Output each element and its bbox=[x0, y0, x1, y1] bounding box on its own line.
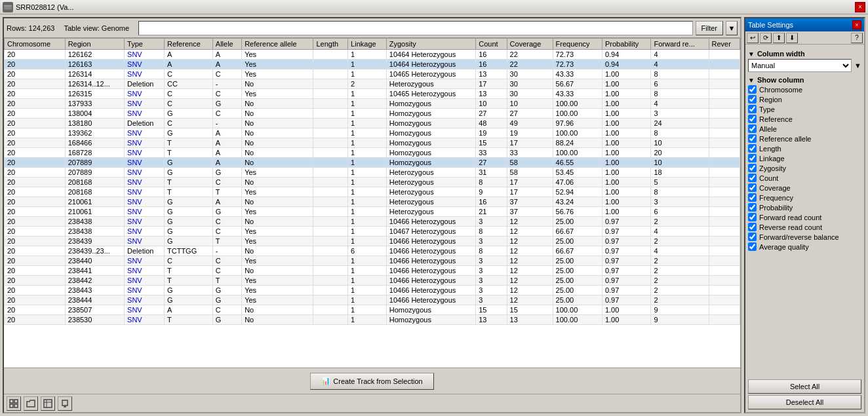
table-row[interactable]: 20138180DeletionC-No1Homozygous484997.96… bbox=[5, 119, 740, 128]
show-column-checkbox[interactable] bbox=[748, 85, 757, 94]
col-ref-allele[interactable]: Reference allele bbox=[242, 39, 313, 50]
col-allele[interactable]: Allele bbox=[212, 39, 241, 50]
col-probability[interactable]: Probability bbox=[602, 39, 651, 50]
col-frequency[interactable]: Frequency bbox=[553, 39, 602, 50]
table-icon[interactable] bbox=[41, 396, 55, 411]
table-cell: 1 bbox=[348, 266, 387, 276]
col-zygosity[interactable]: Zygosity bbox=[386, 39, 475, 50]
col-type[interactable]: Type bbox=[125, 39, 165, 50]
settings-tool-3[interactable]: ⬆ bbox=[773, 33, 785, 43]
settings-tool-4[interactable]: ⬇ bbox=[786, 33, 798, 43]
search-input[interactable] bbox=[138, 21, 692, 35]
table-row[interactable]: 20238442SNVTTYes110466 Heterozygous31225… bbox=[5, 276, 740, 286]
table-row[interactable]: 20126314..12...DeletionCC-No2Heterozygou… bbox=[5, 79, 740, 89]
col-region[interactable]: Region bbox=[65, 39, 124, 50]
table-cell: Deletion bbox=[125, 246, 165, 256]
table-row[interactable]: 20168466SNVTANo1Homozygous151788.241.001… bbox=[5, 138, 740, 148]
table-cell: 20 bbox=[5, 236, 66, 246]
col-length[interactable]: Length bbox=[313, 39, 348, 50]
table-row[interactable]: 20168728SNVTANo1Homozygous3333100.001.00… bbox=[5, 148, 740, 158]
table-row[interactable]: 20210061SNVGGYes1Heterozygous213756.761.… bbox=[5, 207, 740, 217]
table-row[interactable]: 20238439..23...DeletionTCTTGG-No610466 H… bbox=[5, 246, 740, 256]
show-column-checkbox[interactable] bbox=[748, 154, 757, 162]
show-column-checkbox[interactable] bbox=[748, 95, 757, 104]
deselect-all-button[interactable]: Deselect All bbox=[748, 395, 861, 409]
show-column-checkbox[interactable] bbox=[748, 193, 757, 202]
show-column-checkbox[interactable] bbox=[748, 174, 757, 182]
select-all-button[interactable]: Select All bbox=[748, 379, 861, 394]
show-column-checkbox[interactable] bbox=[748, 233, 757, 241]
column-width-select[interactable]: Manual bbox=[748, 59, 852, 72]
close-button[interactable]: × bbox=[855, 2, 865, 12]
table-row[interactable]: 20207889SNVGGYes1Heterozygous315853.451.… bbox=[5, 168, 740, 178]
table-row[interactable]: 20137933SNVCGNo1Homozygous1010100.001.00… bbox=[5, 99, 740, 109]
table-row[interactable]: 20238441SNVTCNo110466 Heterozygous31225.… bbox=[5, 266, 740, 276]
table-cell: 4 bbox=[651, 227, 709, 236]
table-label: Table view: Genome bbox=[64, 24, 129, 32]
folder-icon[interactable] bbox=[24, 396, 38, 411]
table-row[interactable]: 20126163SNVAAYes110464 Heterozygous16227… bbox=[5, 60, 740, 69]
col-count[interactable]: Count bbox=[476, 39, 507, 50]
settings-tool-1[interactable]: ↩ bbox=[747, 33, 759, 43]
table-row[interactable]: 20139362SNVGANo1Homozygous1919100.001.00… bbox=[5, 128, 740, 138]
col-forward-read[interactable]: Forward re... bbox=[651, 39, 709, 50]
table-row[interactable]: 20238443SNVGGYes110466 Heterozygous31225… bbox=[5, 286, 740, 295]
table-row[interactable]: 20207889SNVGANo1Homozygous275846.551.001… bbox=[5, 158, 740, 168]
table-cell: 1.00 bbox=[602, 99, 651, 109]
table-row[interactable]: 20138004SNVGCNo1Homozygous2727100.001.00… bbox=[5, 109, 740, 119]
show-column-checkbox[interactable] bbox=[748, 134, 757, 143]
show-column-checkbox[interactable] bbox=[748, 144, 757, 153]
show-column-checkbox[interactable] bbox=[748, 124, 757, 133]
table-cell bbox=[313, 305, 348, 315]
settings-tool-2[interactable]: ⟳ bbox=[760, 33, 772, 43]
table-row[interactable]: 20238507SNVACNo1Homozygous1515100.001.00… bbox=[5, 305, 740, 315]
column-width-section[interactable]: ▼ Column width bbox=[748, 50, 861, 58]
filter-dropdown[interactable]: ▼ bbox=[726, 21, 738, 35]
table-cell: 126163 bbox=[65, 60, 124, 69]
show-column-checkbox[interactable] bbox=[748, 183, 757, 192]
table-row[interactable]: 20238444SNVGGYes110466 Heterozygous31225… bbox=[5, 295, 740, 305]
filter-button[interactable]: Filter bbox=[696, 21, 723, 35]
show-column-section[interactable]: ▼ Show column bbox=[748, 76, 861, 84]
table-wrapper[interactable]: Chromosome Region Type Reference Allele … bbox=[4, 38, 740, 368]
table-row[interactable]: 20238440SNVCCYes110466 Heterozygous31225… bbox=[5, 256, 740, 266]
col-coverage[interactable]: Coverage bbox=[507, 39, 553, 50]
table-cell: 20 bbox=[5, 295, 66, 305]
show-column-checkbox[interactable] bbox=[748, 203, 757, 212]
table-cell: 25.00 bbox=[553, 236, 602, 246]
table-row[interactable]: 20208168SNVTTYes1Heterozygous91752.941.0… bbox=[5, 187, 740, 197]
bottom-bar: 📊 Create Track from Selection bbox=[4, 368, 740, 394]
table-row[interactable]: 20238438SNVGCYes110467 Heterozygous81266… bbox=[5, 227, 740, 236]
table-cell: 15 bbox=[476, 305, 507, 315]
show-column-checkbox[interactable] bbox=[748, 115, 757, 123]
col-chromosome[interactable]: Chromosome bbox=[5, 39, 66, 50]
table-cell: 20 bbox=[5, 168, 66, 178]
settings-help[interactable]: ? bbox=[851, 33, 863, 43]
table-cell: 30 bbox=[507, 79, 553, 89]
table-row[interactable]: 20238439SNVGTYes110466 Heterozygous31225… bbox=[5, 236, 740, 246]
table-row[interactable]: 20126315SNVCCYes110465 Heterozygous13304… bbox=[5, 89, 740, 99]
table-cell: 1 bbox=[348, 178, 387, 187]
show-column-checkbox[interactable] bbox=[748, 105, 757, 113]
show-column-checkbox[interactable] bbox=[748, 223, 757, 231]
col-reverse-read[interactable]: Rever bbox=[709, 39, 740, 50]
table-cell bbox=[709, 79, 740, 89]
table-row[interactable]: 20238530SNVTGNo1Homozygous1313100.001.00… bbox=[5, 315, 740, 325]
col-reference[interactable]: Reference bbox=[165, 39, 213, 50]
create-track-button[interactable]: 📊 Create Track from Selection bbox=[310, 373, 433, 390]
show-column-checkbox[interactable] bbox=[748, 164, 757, 172]
table-row[interactable]: 20126314SNVCCYes110465 Heterozygous13304… bbox=[5, 69, 740, 79]
table-row[interactable]: 20208168SNVTCNo1Heterozygous81747.061.00… bbox=[5, 178, 740, 187]
export-icon[interactable] bbox=[58, 396, 72, 411]
show-column-checkbox[interactable] bbox=[748, 242, 757, 251]
settings-close-button[interactable]: × bbox=[852, 20, 861, 29]
show-column-checkbox[interactable] bbox=[748, 213, 757, 221]
table-cell: 0.97 bbox=[602, 276, 651, 286]
table-row[interactable]: 20238438SNVGCNo110466 Heterozygous31225.… bbox=[5, 217, 740, 227]
table-cell: 56.67 bbox=[553, 79, 602, 89]
svg-rect-0 bbox=[4, 5, 12, 10]
table-row[interactable]: 20210061SNVGANo1Heterozygous163743.241.0… bbox=[5, 197, 740, 207]
table-row[interactable]: 20126162SNVAAYes110464 Heterozygous16227… bbox=[5, 50, 740, 60]
col-linkage[interactable]: Linkage bbox=[348, 39, 387, 50]
grid-icon[interactable] bbox=[7, 396, 21, 411]
